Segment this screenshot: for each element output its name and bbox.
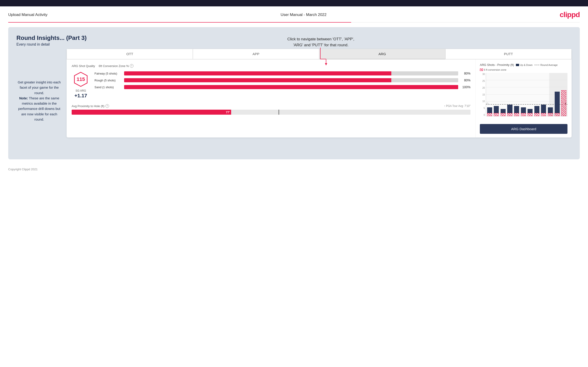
bar-label-rough: Rough (5 shots) <box>95 79 122 82</box>
y-tick-25: 25 <box>480 80 486 82</box>
bar-solid-10 <box>548 107 553 113</box>
chart-inner: 8 <box>486 73 567 116</box>
bar-hatched-big-12 <box>561 90 566 116</box>
bar-solid-9 <box>541 105 546 113</box>
y-tick-30: 30 <box>480 73 486 75</box>
annotation-text: Click to navigate between 'OTT', 'APP','… <box>287 36 354 48</box>
bar-hatched-4 <box>507 113 512 116</box>
legend-box-up-down <box>516 64 519 66</box>
legend-hatched-box <box>480 69 483 71</box>
y-tick-0: 0 <box>480 114 486 116</box>
bar-hatched-11 <box>555 113 560 116</box>
tab-app[interactable]: APP <box>193 49 319 59</box>
bar-track-sand <box>124 85 458 89</box>
y-tick-20: 20 <box>480 87 486 89</box>
upload-manual-label[interactable]: Upload Manual Activity <box>8 13 47 17</box>
arg-dashboard-button[interactable]: ARG Dashboard <box>480 124 567 134</box>
bar-track-rough <box>124 78 458 82</box>
svg-marker-3 <box>325 63 327 66</box>
chart-container: 0 5 10 15 20 25 30 <box>480 73 567 121</box>
shot-quality-title: ARG Shot Quality <box>72 64 95 68</box>
bar-hatched-9 <box>541 113 546 116</box>
bars-container <box>486 73 567 116</box>
bar-fill-sand <box>124 85 458 89</box>
conversion-label: 6ft Conversion Zone % ? <box>99 64 133 68</box>
bar-section: Fairway (5 shots) 80% Rough (5 shots) <box>95 71 470 92</box>
y-tick-15: 15 <box>480 93 486 96</box>
bar-solid-7 <box>527 109 533 113</box>
tab-putt[interactable]: PUTT <box>445 49 571 59</box>
y-tick-5: 5 <box>480 107 486 109</box>
bar-col-1 <box>486 73 493 116</box>
hexagon-badge: 115 <box>73 71 89 87</box>
panel-header: ARG Shot Quality 6ft Conversion Zone % ? <box>72 64 470 68</box>
bar-col-4 <box>507 73 513 116</box>
tab-ott[interactable]: OTT <box>67 49 193 59</box>
bar-col-9 <box>541 73 547 116</box>
bar-hatched-8 <box>534 113 539 116</box>
bar-col-3 <box>500 73 506 116</box>
bar-pct-rough: 80% <box>460 78 470 82</box>
proximity-help-icon[interactable]: ? <box>105 104 109 108</box>
bar-hatched-2 <box>494 113 499 116</box>
header-divider <box>8 22 580 23</box>
legend-dashed-line <box>534 65 539 65</box>
y-axis: 0 5 10 15 20 25 30 <box>480 73 486 116</box>
chart-header: ARG Shots - Proximity (ft) Up & Down Rou… <box>480 63 567 71</box>
bar-solid-1 <box>487 107 492 113</box>
bar-fill-rough <box>124 78 391 82</box>
bar-hatched-1 <box>487 113 492 116</box>
left-description: Get greater insight into each facet of y… <box>17 80 62 122</box>
bar-fill-fairway <box>124 71 391 75</box>
bar-label-sand: Sand (1 shots) <box>95 85 122 89</box>
proximity-bar-track: 77' <box>72 110 470 115</box>
hexagon-value: 115 <box>77 76 85 82</box>
copyright-text: Copyright Clippd 2021 <box>8 167 38 171</box>
bar-col-6 <box>520 73 527 116</box>
help-icon[interactable]: ? <box>130 64 133 68</box>
proximity-value: 77' <box>226 110 230 114</box>
bar-hatched-3 <box>501 113 506 116</box>
bar-track-fairway <box>124 71 458 75</box>
bar-col-5 <box>513 73 520 116</box>
bar-solid-11 <box>555 92 560 113</box>
card-body: ARG Shot Quality 6ft Conversion Zone % ? <box>67 59 571 137</box>
chart-title: ARG Shots - Proximity (ft) <box>480 63 514 67</box>
y-tick-10: 10 <box>480 100 486 103</box>
bar-col-10 <box>547 73 553 116</box>
proximity-pga: ↑ PGA Tour Avg: 7'10" <box>444 104 470 108</box>
tab-arg[interactable]: ARG <box>319 49 445 59</box>
bar-solid-5 <box>514 106 519 113</box>
bar-label-fairway: Fairway (5 shots) <box>95 72 122 75</box>
legend-round-avg: Round Average <box>534 64 558 66</box>
left-panel: ARG Shot Quality 6ft Conversion Zone % ? <box>67 59 476 137</box>
bar-row-fairway: Fairway (5 shots) 80% <box>95 71 470 75</box>
bar-pct-fairway: 80% <box>460 72 470 75</box>
bar-row-rough: Rough (5 shots) 80% <box>95 78 470 82</box>
bar-col-11 <box>554 73 560 116</box>
bar-solid-2 <box>494 106 499 113</box>
footer: Copyright Clippd 2021 <box>0 164 588 175</box>
main-content: Round Insights... (Part 3) Every round i… <box>8 27 580 159</box>
bar-hatched-10 <box>548 113 553 116</box>
proximity-header: Avg Proximity to Hole (ft) ? ↑ PGA Tour … <box>72 104 470 108</box>
bar-col-7 <box>527 73 533 116</box>
proximity-bar-fill: 77' <box>72 110 231 115</box>
annotation-arrow <box>316 48 329 67</box>
bar-solid-8 <box>534 106 539 113</box>
legend-up-down: Up & Down <box>516 64 533 66</box>
bar-solid-4 <box>507 105 512 113</box>
bar-solid-6 <box>521 107 526 113</box>
bar-hatched-6 <box>521 113 526 116</box>
proximity-cursor <box>279 110 279 115</box>
bar-hatched-7 <box>527 113 533 116</box>
bar-row-sand: Sand (1 shots) 100% <box>95 85 470 89</box>
right-panel: ARG Shots - Proximity (ft) Up & Down Rou… <box>476 59 571 137</box>
bar-col-2 <box>493 73 500 116</box>
proximity-title: Avg Proximity to Hole (ft) ? <box>72 104 109 108</box>
bar-hatched-5 <box>514 113 519 116</box>
sg-label: SG ARG <box>76 89 86 92</box>
document-title: User Manual - March 2022 <box>281 13 327 17</box>
proximity-section: Avg Proximity to Hole (ft) ? ↑ PGA Tour … <box>72 104 470 115</box>
brand-logo: clippd <box>560 10 580 19</box>
